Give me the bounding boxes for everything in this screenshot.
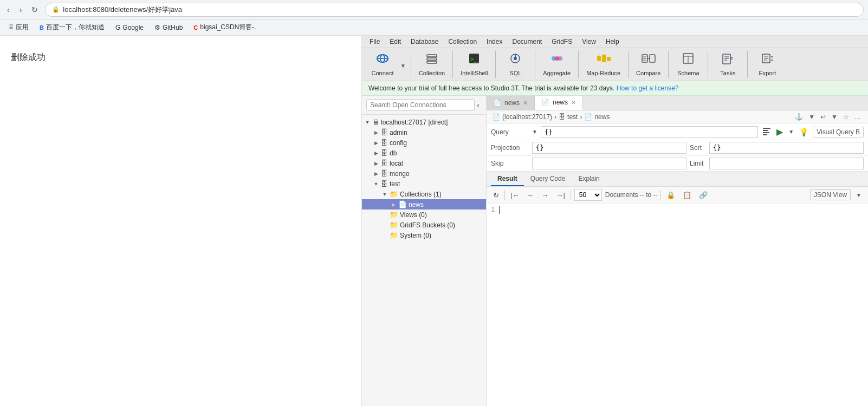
tree-item-gridfs[interactable]: ▶ 📁 GridFS Buckets (0) <box>362 220 486 230</box>
tasks-button[interactable]: Tasks <box>711 50 744 78</box>
tasks-label: Tasks <box>720 70 735 76</box>
server-arrow-icon: ▼ <box>364 120 371 125</box>
studio-body: ‹ ▼ 🖥 localhost:27017 [direct] ▶ 🗄 admin <box>362 96 868 406</box>
page-size-select[interactable]: 50 100 200 <box>574 189 602 201</box>
connect-dropdown[interactable]: ▼ <box>399 53 407 76</box>
menu-database[interactable]: Database <box>406 37 443 47</box>
menu-view[interactable]: View <box>578 37 600 47</box>
bookmark-apps[interactable]: ⠿ 应用 <box>4 22 33 33</box>
bookmark-github[interactable]: ⚙ GitHub <box>150 23 187 32</box>
config-arrow-icon: ▶ <box>373 140 379 146</box>
tree-item-views[interactable]: ▶ 📁 Views (0) <box>362 209 486 220</box>
skip-row: Skip Limit <box>487 156 868 172</box>
menu-gridfs[interactable]: GridFS <box>547 37 576 47</box>
tree-item-local[interactable]: ▶ 🗄 local <box>362 158 486 168</box>
tree-item-server[interactable]: ▼ 🖥 localhost:27017 [direct] <box>362 117 486 127</box>
aggregate-button[interactable]: Aggregate <box>539 50 575 78</box>
refresh-button[interactable]: ↻ <box>29 4 41 15</box>
run-dropdown-button[interactable]: ▼ <box>787 128 795 136</box>
lock-icon-btn[interactable]: 🔒 <box>664 190 677 200</box>
history-icon[interactable]: ↩ <box>819 113 827 121</box>
history-dropdown-icon[interactable]: ▼ <box>830 113 839 121</box>
tab-close-1[interactable]: ✕ <box>523 100 528 107</box>
aggregate-icon <box>550 53 564 68</box>
compare-button[interactable]: Compare <box>632 50 665 78</box>
skip-label: Skip <box>491 160 529 167</box>
sidebar-collapse-button[interactable]: ‹ <box>475 100 482 110</box>
menu-document[interactable]: Document <box>508 37 546 47</box>
tree-item-admin[interactable]: ▶ 🗄 admin <box>362 127 486 137</box>
tab-close-2[interactable]: ✕ <box>571 99 576 106</box>
tree-item-db[interactable]: ▶ 🗄 db <box>362 148 486 158</box>
aggregate-label: Aggregate <box>543 70 571 76</box>
result-tab-querycode[interactable]: Query Code <box>524 172 572 186</box>
prev-page-button[interactable]: ← <box>524 190 536 200</box>
next-page-button[interactable]: → <box>539 190 550 200</box>
limit-input[interactable] <box>709 158 864 169</box>
last-page-button[interactable]: →| <box>554 190 567 200</box>
sql-button[interactable]: SQL <box>499 50 532 78</box>
menu-file[interactable]: File <box>365 37 384 47</box>
projection-input[interactable] <box>532 142 686 154</box>
query-format-button[interactable] <box>761 126 772 138</box>
breadcrumb-dropdown-icon[interactable]: ▼ <box>807 113 817 121</box>
tree-item-system[interactable]: ▶ 📁 System (0) <box>362 230 486 240</box>
tree-item-news[interactable]: ▶ 📄 news <box>362 199 486 209</box>
config-db-icon: 🗄 <box>381 139 388 147</box>
query-type-dropdown[interactable]: ▼ <box>532 129 537 135</box>
mapreduce-button[interactable]: Map-Reduce <box>582 50 625 78</box>
search-input[interactable] <box>366 99 475 111</box>
intellishell-button[interactable]: >_ IntelliShell <box>456 50 492 78</box>
tab-news-2[interactable]: 📄 news ✕ <box>535 96 583 110</box>
bookmark-google[interactable]: G Google <box>111 23 148 32</box>
trial-link[interactable]: How to get a license? <box>617 84 679 92</box>
result-tab-explain[interactable]: Explain <box>572 172 606 186</box>
link-icon-btn[interactable]: 🔗 <box>697 190 710 200</box>
tab-news-1[interactable]: 📄 news ✕ <box>487 96 535 110</box>
result-content: 1 <box>487 204 868 406</box>
db-db-icon: 🗄 <box>381 149 388 157</box>
export-button[interactable]: Export <box>751 50 783 78</box>
back-button[interactable]: ‹ <box>4 4 12 15</box>
breadcrumb-coll-icon: 📄 <box>584 113 592 121</box>
connect-label: Connect <box>372 70 394 76</box>
svg-point-9 <box>514 57 517 60</box>
collection-button[interactable]: Collection <box>414 50 449 78</box>
forward-button[interactable]: › <box>17 4 25 15</box>
tree-item-test[interactable]: ▼ 🗄 test <box>362 179 486 189</box>
connect-button[interactable]: Connect <box>366 50 399 78</box>
run-query-button[interactable]: ▶ <box>775 126 784 138</box>
more-icon[interactable]: … <box>853 113 863 121</box>
first-page-button[interactable]: |← <box>508 190 521 200</box>
tree-item-config[interactable]: ▶ 🗄 config <box>362 137 486 148</box>
cursor <box>499 206 504 214</box>
collection-label: Collection <box>419 70 445 76</box>
menu-index[interactable]: Index <box>482 37 507 47</box>
connect-icon <box>375 53 390 68</box>
bookmark-baidu[interactable]: B 百度一下，你就知道 <box>35 22 109 33</box>
copy-icon-btn[interactable]: 📋 <box>681 190 694 200</box>
sort-input[interactable] <box>709 142 864 154</box>
query-input[interactable] <box>541 126 758 138</box>
anchor-icon[interactable]: ⚓ <box>793 113 805 121</box>
separator-2 <box>452 51 453 78</box>
star-icon[interactable]: ☆ <box>841 113 851 121</box>
visual-query-button[interactable]: Visual Query B <box>813 127 864 137</box>
bookmark-csdn[interactable]: C bigsai_CSDN博客-. <box>189 22 260 33</box>
menu-edit[interactable]: Edit <box>385 37 405 47</box>
views-label: Views (0) <box>400 211 484 219</box>
menu-help[interactable]: Help <box>601 37 624 47</box>
skip-input[interactable] <box>532 158 686 169</box>
tree-item-mongo[interactable]: ▶ 🗄 mongo <box>362 168 486 179</box>
menu-collection[interactable]: Collection <box>444 37 481 47</box>
result-line-1: 1 <box>491 206 864 214</box>
url-bar[interactable]: 🔒 localhost:8080/deletenews/好好学java <box>45 3 864 17</box>
result-tab-result[interactable]: Result <box>491 172 524 186</box>
tree-item-collections[interactable]: ▼ 📁 Collections (1) <box>362 189 486 199</box>
studio-menu-bar: File Edit Database Collection Index Docu… <box>362 36 868 48</box>
view-arrow-icon[interactable]: ▼ <box>854 191 864 199</box>
schema-button[interactable]: Schema <box>672 50 704 78</box>
refresh-result-button[interactable]: ↻ <box>491 190 501 200</box>
json-view-button[interactable]: JSON View <box>810 189 851 200</box>
explain-button[interactable]: 💡 <box>798 127 809 137</box>
